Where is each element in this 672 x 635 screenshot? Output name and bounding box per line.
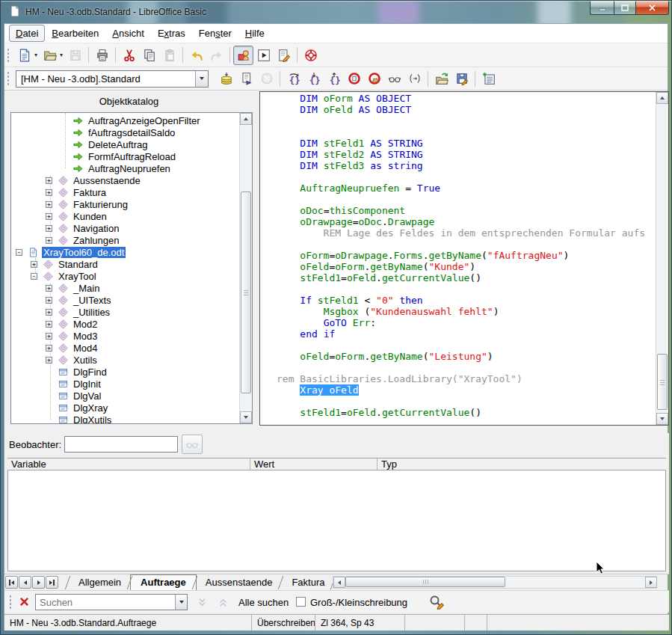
scroll-left-button[interactable] — [333, 577, 345, 588]
print-button[interactable] — [92, 46, 112, 65]
code-editor[interactable]: DIM oForm AS OBJECT DIM oFeld AS OBJECT … — [259, 91, 669, 426]
toolbar-drag-handle[interactable] — [7, 71, 10, 86]
expander-icon[interactable] — [46, 285, 52, 292]
menu-item[interactable]: Fenster — [192, 25, 238, 42]
run-button[interactable] — [236, 69, 256, 88]
tree-item[interactable]: _UITexts — [11, 294, 239, 306]
tree-item[interactable]: AuftragNeupruefen — [11, 162, 239, 174]
expander-icon[interactable] — [46, 321, 52, 328]
scroll-up-button[interactable] — [240, 113, 252, 125]
watch-table-body[interactable] — [7, 470, 666, 571]
tree-item[interactable]: Xutils — [11, 354, 239, 366]
tree-item[interactable]: Aussenstaende — [11, 174, 239, 186]
menu-item[interactable]: Ansicht — [105, 25, 151, 42]
tree-item[interactable]: Mod3 — [11, 330, 239, 342]
minimize-button[interactable] — [590, 1, 614, 15]
find-next-button[interactable] — [194, 594, 211, 610]
menu-item[interactable]: Hilfe — [238, 25, 271, 42]
menu-item[interactable]: Datei — [9, 25, 45, 42]
insert-module-button[interactable] — [478, 69, 499, 88]
library-selector[interactable]: [HM - Neu -3.odb].Standard — [16, 70, 209, 88]
enable-watch-button[interactable] — [384, 69, 404, 88]
scroll-down-button[interactable] — [240, 411, 252, 423]
menu-item[interactable]: Extras — [151, 25, 192, 42]
statusbar-cell[interactable] — [465, 615, 487, 631]
next-tab-button[interactable] — [32, 576, 45, 589]
tree-scrollbar[interactable] — [239, 113, 252, 423]
toolbar-drag-handle[interactable] — [9, 595, 12, 610]
redo-button[interactable] — [206, 46, 226, 65]
open-dropdown-icon[interactable]: ▾ — [58, 52, 65, 58]
run-macro-button[interactable] — [253, 46, 274, 65]
step-over-button[interactable]: {} — [283, 69, 303, 88]
expander-icon[interactable] — [16, 249, 22, 256]
match-case-label[interactable]: Groß-/Kleinschreibung — [310, 597, 407, 608]
match-case-checkbox[interactable] — [296, 597, 306, 607]
scroll-down-button[interactable] — [656, 413, 668, 425]
expander-icon[interactable] — [31, 273, 37, 280]
statusbar-cell[interactable] — [487, 615, 669, 631]
last-tab-button[interactable] — [46, 576, 58, 589]
tree-item[interactable]: DlgInit — [11, 378, 239, 390]
save-button[interactable] — [65, 46, 85, 65]
close-find-bar-icon[interactable] — [19, 597, 29, 609]
tree-item[interactable]: Faktura — [11, 186, 239, 198]
maximize-button[interactable] — [614, 1, 635, 15]
tree-item[interactable]: XrayTool — [11, 270, 239, 282]
first-tab-button[interactable] — [5, 576, 18, 589]
code-area[interactable]: DIM oForm AS OBJECT DIM oFeld AS OBJECT … — [260, 93, 656, 425]
insert-source-text-button[interactable] — [431, 69, 451, 88]
expander-icon[interactable] — [46, 237, 52, 244]
tree-item[interactable]: Standard — [11, 258, 239, 270]
scrollbar-thumb[interactable] — [241, 191, 251, 393]
expander-icon[interactable] — [46, 333, 52, 340]
module-tab[interactable]: Aussenstaende — [196, 575, 283, 590]
expander-icon[interactable] — [46, 201, 52, 208]
tree-item[interactable]: Fakturierung — [11, 198, 239, 210]
toolbar-drag-handle[interactable] — [7, 48, 10, 63]
expander-icon[interactable] — [46, 297, 52, 304]
expander-icon[interactable] — [46, 309, 52, 316]
new-document-button[interactable] — [14, 46, 34, 65]
module-tab[interactable]: Allgemein — [69, 575, 131, 590]
stop-button[interactable] — [256, 69, 277, 88]
save-source-as-button[interactable] — [451, 69, 472, 88]
tree-item[interactable]: DeleteAuftrag — [11, 138, 239, 150]
tree-item[interactable]: DlgFind — [11, 366, 239, 378]
tree-item[interactable]: DlgXray — [11, 402, 239, 414]
compile-button[interactable] — [216, 69, 236, 88]
title-bar[interactable]: HM - Neu -3.odb.Standard - LibreOffice B… — [1, 1, 672, 23]
manage-breakpoints-button[interactable] — [364, 69, 384, 88]
tree-item[interactable]: _Utilities — [11, 306, 239, 318]
watch-column-header[interactable]: Variable — [7, 458, 250, 470]
statusbar-cell[interactable] — [405, 615, 465, 631]
object-catalog-toggle-button[interactable] — [233, 46, 253, 65]
undo-button[interactable] — [186, 46, 206, 65]
expander-icon[interactable] — [46, 357, 52, 363]
tree-item[interactable]: FormfAuftragReload — [11, 150, 239, 162]
menu-item[interactable]: Bearbeiten — [45, 25, 105, 42]
previous-tab-button[interactable] — [19, 576, 31, 589]
tree-item[interactable]: _Main — [11, 282, 239, 294]
expander-icon[interactable] — [31, 261, 37, 268]
tree-item[interactable]: DlgXutils — [11, 414, 239, 423]
help-button[interactable] — [300, 46, 321, 65]
module-tab[interactable]: Faktura — [282, 575, 334, 590]
tree-item[interactable]: AuftragAnzeigeOpenFilter — [11, 114, 239, 126]
tree-item[interactable]: Zahlungen — [11, 234, 239, 246]
search-input[interactable] — [36, 595, 175, 610]
library-selector-dropdown-icon[interactable] — [195, 71, 208, 87]
expander-icon[interactable] — [46, 345, 52, 352]
object-catalog-tree[interactable]: AuftragAnzeigeOpenFilter fAuftragsdetail… — [10, 112, 253, 424]
watch-column-header[interactable]: Wert — [250, 458, 377, 470]
expander-icon[interactable] — [46, 225, 52, 232]
new-document-dropdown-icon[interactable]: ▾ — [32, 52, 40, 58]
close-button[interactable] — [635, 1, 669, 15]
search-combobox[interactable] — [35, 594, 188, 610]
find-and-replace-icon[interactable] — [429, 595, 444, 612]
tree-item[interactable]: Navigation — [11, 222, 239, 234]
module-tab[interactable]: Auftraege — [131, 575, 196, 590]
tree-item[interactable]: Mod4 — [11, 342, 239, 354]
expander-icon[interactable] — [46, 213, 52, 220]
tree-item[interactable]: fAuftragsdetailSaldo — [11, 126, 239, 138]
